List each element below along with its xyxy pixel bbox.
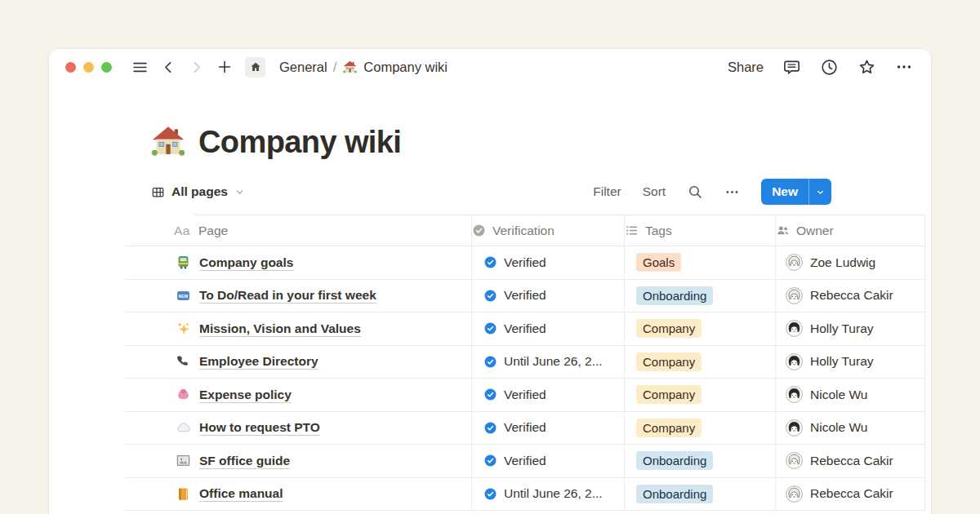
owner-name: Rebecca Cakir [810,288,893,303]
owner-cell[interactable]: Holly Turay [776,346,925,379]
page-link[interactable]: Mission, Vision and Values [199,321,361,336]
tags-cell[interactable]: Onboarding [625,445,776,477]
verification-cell[interactable]: Verified [472,379,625,411]
page-icon [176,354,191,370]
column-header-tags[interactable]: Tags [625,215,776,246]
page-icon [176,420,191,436]
verification-cell[interactable]: Until June 26, 2... [472,346,625,379]
page-cell[interactable]: Office manual [125,478,472,511]
owner-cell[interactable]: Rebecca Cakir [776,478,925,511]
close-window-button[interactable] [65,62,76,73]
verification-label: Verified [504,420,546,435]
favorite-star-icon[interactable] [858,58,876,77]
verified-badge-icon [483,487,497,501]
page-cell[interactable]: Expense policy [125,379,472,411]
comments-icon[interactable] [782,58,801,77]
tags-cell[interactable]: Goals [625,246,776,279]
search-icon[interactable] [687,184,703,200]
verification-label: Until June 26, 2... [504,486,603,501]
verification-cell[interactable]: Verified [472,312,625,345]
owner-avatar [786,386,803,403]
sidebar-menu-icon[interactable] [131,59,149,76]
tags-cell[interactable]: Company [625,312,776,345]
page-link[interactable]: How to request PTO [199,420,320,435]
minimize-window-button[interactable] [83,62,94,73]
page-icon [176,453,191,468]
window-topbar: General / Company wiki Share [49,49,931,85]
tag-chip: Company [636,385,702,404]
table-row: Company goals Verified Goals Zoe Ludwig [125,246,925,280]
owner-cell[interactable]: Rebecca Cakir [776,280,925,312]
updates-clock-icon[interactable] [820,58,839,77]
breadcrumb-page[interactable]: Company wiki [363,60,448,75]
share-button[interactable]: Share [728,60,764,75]
tags-cell[interactable]: Company [625,379,776,411]
verification-cell[interactable]: Verified [472,280,625,312]
table-row: NEW To Do/Read in your first week Verifi… [125,280,925,313]
verification-cell[interactable]: Verified [472,445,625,477]
table-row: Employee Directory Until June 26, 2... C… [125,346,925,379]
page-cell[interactable]: How to request PTO [125,412,472,445]
zoom-window-button[interactable] [101,62,112,73]
tags-cell[interactable]: Company [625,412,776,445]
page-link[interactable]: Office manual [199,486,283,501]
verification-label: Until June 26, 2... [504,354,603,369]
page-link[interactable]: Employee Directory [199,354,318,369]
verification-cell[interactable]: Verified [472,412,625,445]
page-icon: NEW [176,288,191,304]
column-label: Page [198,224,228,238]
tags-cell[interactable]: Company [625,346,776,379]
owner-cell[interactable]: Zoe Ludwig [776,246,925,279]
forward-icon[interactable] [189,60,204,75]
verification-cell[interactable]: Until June 26, 2... [472,478,625,511]
table-row: SF office guide Verified Onboarding Rebe… [125,445,925,478]
verification-badge-icon [472,224,486,237]
database-toolbar: All pages Filter Sort New [151,178,831,206]
owner-name: Rebecca Cakir [810,486,893,501]
verification-label: Verified [504,388,546,402]
table-row: Mission, Vision and Values Verified Comp… [125,312,925,346]
new-button[interactable]: New [761,179,808,205]
page-cell[interactable]: SF office guide [125,445,472,477]
page-icon [176,486,191,502]
app-window: General / Company wiki Share Company [49,49,931,514]
page-link[interactable]: Expense policy [199,388,292,402]
text-property-icon: Aa [174,224,190,238]
table-header-row: Aa Page Verification Tags Owner [125,215,925,246]
column-header-verification[interactable]: Verification [472,215,625,246]
tags-cell[interactable]: Onboarding [625,280,776,312]
page-link[interactable]: SF office guide [199,454,290,468]
owner-avatar [786,353,803,370]
page-cell[interactable]: Employee Directory [125,346,472,379]
column-header-owner[interactable]: Owner [776,215,925,246]
new-page-icon[interactable] [216,59,233,75]
column-label: Tags [645,224,672,238]
verification-cell[interactable]: Verified [472,246,625,279]
page-house-icon[interactable] [149,123,187,161]
home-button[interactable] [245,57,265,78]
view-switcher[interactable]: All pages [151,184,245,199]
new-button-caret[interactable] [809,179,831,205]
page-cell[interactable]: Mission, Vision and Values [125,312,472,345]
column-label: Verification [492,224,555,238]
page-link[interactable]: Company goals [199,255,293,270]
owner-cell[interactable]: Rebecca Cakir [776,445,925,477]
page-cell[interactable]: NEW To Do/Read in your first week [125,280,472,312]
breadcrumb-root[interactable]: General [279,60,327,75]
owner-name: Holly Turay [810,354,874,369]
sort-button[interactable]: Sort [643,184,666,199]
column-header-page[interactable]: Aa Page [125,215,472,246]
back-icon[interactable] [161,60,176,75]
owner-cell[interactable]: Holly Turay [776,312,925,345]
owner-cell[interactable]: Nicole Wu [776,379,925,411]
owner-cell[interactable]: Nicole Wu [776,412,925,445]
view-options-icon[interactable] [724,184,740,200]
page-cell[interactable]: Company goals [125,246,472,279]
filter-button[interactable]: Filter [593,184,621,199]
owner-name: Holly Turay [810,321,874,336]
tag-chip: Company [636,419,702,437]
more-options-icon[interactable] [895,58,913,76]
tags-cell[interactable]: Onboarding [625,478,776,511]
page-icon [176,321,191,336]
page-link[interactable]: To Do/Read in your first week [199,288,376,303]
